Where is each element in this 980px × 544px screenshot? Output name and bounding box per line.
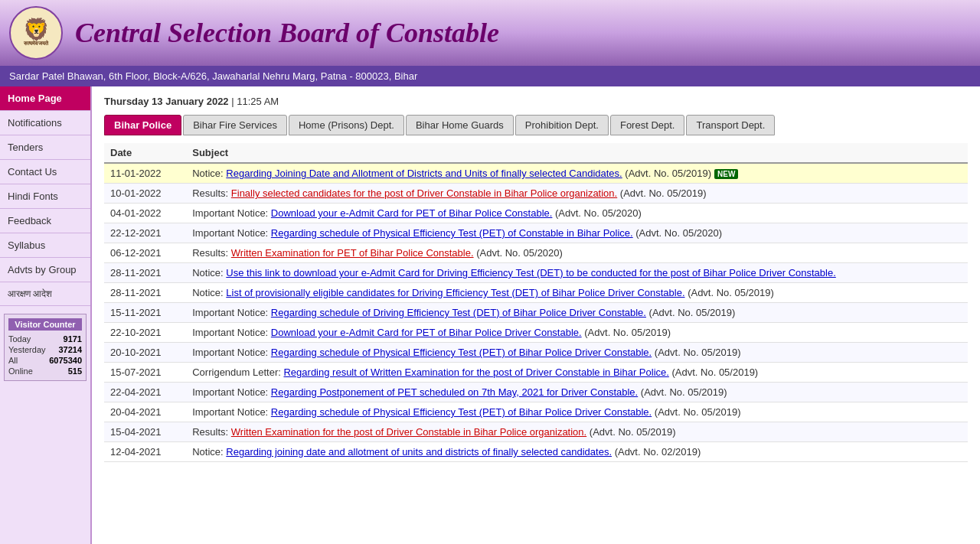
- vc-label: All: [8, 356, 18, 365]
- tab-home-prisons[interactable]: Home (Prisons) Dept.: [289, 115, 404, 135]
- cell-subject: Results: Written Examination for PET of …: [186, 243, 968, 263]
- vc-row-online: Online515: [8, 366, 82, 376]
- notice-suffix: (Advt. No. 05/2019): [646, 307, 735, 318]
- cell-date: 10-01-2022: [104, 184, 186, 204]
- datetime-bar: Thursday 13 January 2022 | 11:25 AM: [104, 96, 968, 107]
- table-row: 20-10-2021Important Notice: Regarding sc…: [104, 343, 968, 363]
- notice-prefix: Important Notice:: [192, 406, 271, 418]
- sidebar-item-contact[interactable]: Contact Us: [0, 160, 90, 184]
- tab-bihar-home-guards[interactable]: Bihar Home Guards: [406, 115, 514, 135]
- sidebar-item-aarakshan[interactable]: आरक्षण आदेश: [0, 282, 90, 306]
- notice-prefix: Results:: [192, 247, 231, 259]
- notice-link[interactable]: Regarding schedule of Physical Efficienc…: [271, 347, 652, 358]
- cell-date: 15-07-2021: [104, 363, 186, 383]
- notice-prefix: Corrigendum Letter:: [192, 366, 283, 378]
- visitor-counter-title: Visitor Counter: [8, 318, 82, 331]
- notice-suffix: (Advt. No. 05/2020): [552, 207, 641, 219]
- notice-link[interactable]: Written Examination for the post of Driv…: [231, 426, 586, 438]
- current-date: Thursday 13 January 2022: [104, 96, 229, 107]
- tab-bihar-police[interactable]: Bihar Police: [104, 115, 181, 135]
- notice-link[interactable]: Download your e-Admit Card for PET of Bi…: [271, 207, 553, 219]
- cell-subject: Results: Finally selected candidates for…: [186, 184, 968, 204]
- site-header: 🦁 सत्यमेव जयते Central Selection Board o…: [0, 0, 980, 66]
- notice-link[interactable]: List of provisionally eligible candidate…: [226, 287, 684, 298]
- notice-link[interactable]: Download your e-Admit Card for PET of Bi…: [271, 327, 582, 338]
- table-row: 10-01-2022Results: Finally selected cand…: [104, 184, 968, 204]
- table-row: 15-11-2021Important Notice: Regarding sc…: [104, 303, 968, 323]
- notice-suffix: (Advt. No. 05/2019): [652, 347, 740, 358]
- table-row: 04-01-2022Important Notice: Download you…: [104, 204, 968, 223]
- notice-suffix: (Advt. No. 05/2020): [474, 247, 563, 259]
- vc-value: 37214: [58, 345, 82, 354]
- notice-prefix: Important Notice:: [192, 227, 271, 239]
- col-subject: Subject: [186, 143, 968, 163]
- cell-date: 28-11-2021: [104, 263, 186, 283]
- notice-link[interactable]: Regarding Joining Date and Allotment of …: [226, 168, 622, 179]
- sidebar-item-feedback[interactable]: Feedback: [0, 209, 90, 233]
- notice-link[interactable]: Regarding schedule of Physical Efficienc…: [271, 406, 652, 418]
- notice-prefix: Notice:: [192, 446, 226, 458]
- table-row: 28-11-2021Notice: List of provisionally …: [104, 283, 968, 303]
- notice-suffix: (Advt. No. 05/2019): [669, 366, 758, 378]
- vc-row-today: Today9171: [8, 334, 82, 344]
- logo-emblem: 🦁 सत्यमेव जयते: [9, 6, 63, 60]
- table-body: 11-01-2022Notice: Regarding Joining Date…: [104, 163, 968, 462]
- notice-prefix: Notice:: [192, 168, 226, 179]
- notice-suffix: (Advt. No. 05/2020): [633, 227, 722, 239]
- current-time: 11:25 AM: [237, 96, 279, 107]
- sidebar-item-home[interactable]: Home Page: [0, 86, 90, 111]
- cell-date: 22-12-2021: [104, 223, 186, 243]
- department-tabs: Bihar PoliceBihar Fire ServicesHome (Pri…: [104, 115, 968, 135]
- sidebar-item-advts[interactable]: Advts by Group: [0, 258, 90, 282]
- notice-link[interactable]: Regarding schedule of Driving Efficiency…: [271, 307, 646, 318]
- notice-prefix: Important Notice:: [192, 386, 271, 398]
- cell-date: 11-01-2022: [104, 163, 186, 184]
- tab-bihar-fire[interactable]: Bihar Fire Services: [183, 115, 287, 135]
- notice-link[interactable]: Finally selected candidates for the post…: [231, 187, 617, 199]
- vc-value: 6075340: [49, 356, 82, 365]
- notice-link[interactable]: Written Examination for PET of Bihar Pol…: [231, 247, 474, 259]
- notice-link[interactable]: Regarding joining date and allotment of …: [226, 446, 612, 458]
- sidebar-item-hindi-fonts[interactable]: Hindi Fonts: [0, 184, 90, 209]
- sidebar-item-notifications[interactable]: Notifications: [0, 111, 90, 135]
- cell-subject: Important Notice: Regarding Postponement…: [186, 383, 968, 402]
- cell-subject: Important Notice: Regarding schedule of …: [186, 343, 968, 363]
- notice-link[interactable]: Regarding schedule of Physical Efficienc…: [271, 227, 633, 239]
- site-title: Central Selection Board of Constable: [75, 17, 499, 49]
- notice-link[interactable]: Regarding Postponement of PET scheduled …: [271, 386, 638, 398]
- cell-date: 22-04-2021: [104, 383, 186, 402]
- visitor-counter-rows: Today9171Yesterday37214All6075340Online5…: [8, 334, 82, 376]
- address-bar: Sardar Patel Bhawan, 6th Floor, Block-A/…: [0, 66, 980, 86]
- cell-date: 20-04-2021: [104, 402, 186, 422]
- address-text: Sardar Patel Bhawan, 6th Floor, Block-A/…: [9, 70, 417, 82]
- tab-forest-dept[interactable]: Forest Dept.: [610, 115, 685, 135]
- col-date: Date: [104, 143, 186, 163]
- sidebar-item-syllabus[interactable]: Syllabus: [0, 233, 90, 258]
- cell-subject: Notice: Regarding Joining Date and Allot…: [186, 163, 968, 184]
- cell-subject: Notice: Regarding joining date and allot…: [186, 442, 968, 462]
- vc-row-all: All6075340: [8, 355, 82, 366]
- notice-prefix: Important Notice:: [192, 347, 271, 358]
- tab-transport-dept[interactable]: Transport Dept.: [686, 115, 775, 135]
- cell-subject: Notice: Use this link to download your e…: [186, 263, 968, 283]
- tab-prohibition-dept[interactable]: Prohibition Dept.: [515, 115, 609, 135]
- emblem-icon: 🦁: [23, 19, 50, 41]
- notice-suffix: (Advt. No. 02/2019): [612, 446, 701, 458]
- notice-prefix: Important Notice:: [192, 327, 271, 338]
- cell-date: 06-12-2021: [104, 243, 186, 263]
- notice-prefix: Important Notice:: [192, 307, 271, 318]
- notice-link[interactable]: Use this link to download your e-Admit C…: [226, 267, 836, 279]
- vc-label: Online: [8, 366, 33, 376]
- cell-subject: Important Notice: Download your e-Admit …: [186, 204, 968, 223]
- notice-suffix: (Advt. No. 05/2019): [652, 406, 740, 418]
- logo-subtext: सत्यमेव जयते: [24, 41, 49, 47]
- cell-subject: Important Notice: Download your e-Admit …: [186, 323, 968, 343]
- cell-date: 20-10-2021: [104, 343, 186, 363]
- cell-subject: Corrigendum Letter: Regarding result of …: [186, 363, 968, 383]
- cell-subject: Important Notice: Regarding schedule of …: [186, 402, 968, 422]
- vc-value: 9171: [64, 334, 82, 344]
- cell-subject: Important Notice: Regarding schedule of …: [186, 223, 968, 243]
- sidebar-item-tenders[interactable]: Tenders: [0, 135, 90, 160]
- vc-value: 515: [68, 366, 82, 376]
- notice-link[interactable]: Regarding result of Written Examination …: [283, 366, 668, 378]
